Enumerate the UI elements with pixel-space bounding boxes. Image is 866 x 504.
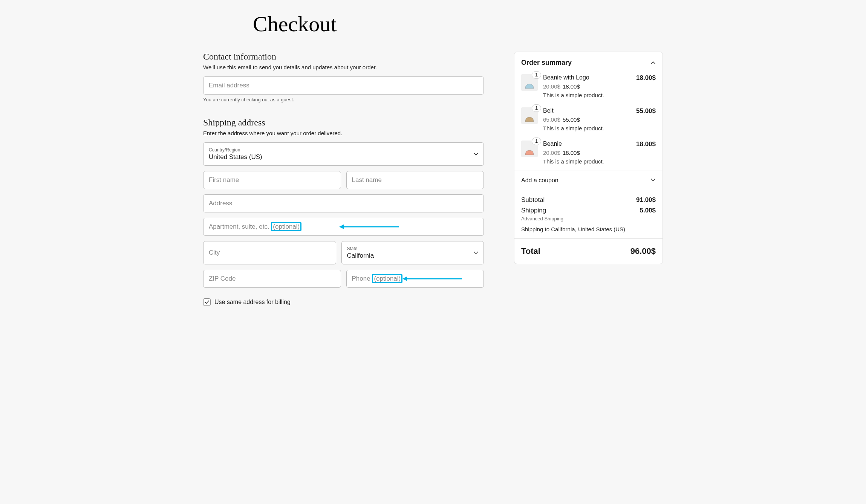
item-sale-price: 55.00$ [563,116,580,123]
item-desc: This is a simple product. [543,92,656,98]
city-field[interactable] [203,241,336,264]
item-orig-price: 65.00$ [543,116,560,123]
optional-highlight: (optional) [271,222,301,231]
country-value: United States (US) [209,153,468,161]
guest-note: You are currently checking out as a gues… [203,97,484,102]
grand-total-row: Total 96.00$ [514,238,663,264]
total-value: 96.00$ [630,246,656,256]
qty-badge: 1 [532,137,541,145]
item-thumb-wrap: 1 [521,141,539,158]
item-name: Beanie with Logo [543,74,589,82]
zip-field[interactable] [203,270,341,288]
zip-input[interactable] [209,275,335,283]
city-input[interactable] [209,249,330,257]
email-field-wrapper[interactable] [203,76,484,95]
shipping-heading: Shipping address [203,118,484,128]
last-name-input[interactable] [352,176,479,184]
item-orig-price: 20.00$ [543,83,560,90]
shipping-desc: Enter the address where you want your or… [203,130,484,136]
first-name-input[interactable] [209,176,335,184]
state-label: State [347,246,469,251]
subtotal-value: 91.00$ [636,196,656,204]
item-orig-price: 20.00$ [543,150,560,156]
summary-header[interactable]: Order summary [514,52,663,71]
item-sale-price: 18.00$ [563,150,580,156]
item-desc: This is a simple product. [543,125,656,131]
qty-badge: 1 [532,71,541,79]
form-column: Contact information We'll use this email… [203,52,484,306]
totals-block: Subtotal 91.00$ Shipping 5.00$ Advanced … [514,190,663,238]
address-field[interactable] [203,194,484,212]
qty-badge: 1 [532,104,541,112]
chevron-down-icon [474,152,478,156]
item-thumb-wrap: 1 [521,74,539,92]
item-name: Belt [543,107,554,115]
annotation-arrow-icon [339,224,399,229]
item-line-price: 55.00$ [636,107,656,115]
first-name-field[interactable] [203,171,341,189]
optional-highlight: (optional) [372,274,402,283]
same-billing-label: Use same address for billing [214,299,291,305]
item-line-price: 18.00$ [636,141,656,148]
contact-desc: We'll use this email to send you details… [203,64,484,70]
checkbox-icon[interactable] [203,298,211,306]
country-select[interactable]: Country/Region United States (US) [203,142,484,166]
cart-item: 1 Belt 55.00$ 65.00$55.00$ This is a sim… [514,104,663,137]
cart-item: 1 Beanie with Logo 18.00$ 20.00$18.00$ T… [514,71,663,104]
total-label: Total [521,246,540,256]
state-value: California [347,252,469,260]
last-name-field[interactable] [346,171,484,189]
contact-heading: Contact information [203,52,484,62]
email-input[interactable] [209,82,478,89]
svg-marker-1 [339,225,344,229]
coupon-row[interactable]: Add a coupon [514,171,663,190]
page-title: Checkout [253,11,663,37]
chevron-down-icon [474,250,478,255]
shipping-method: Advanced Shipping [521,216,656,221]
state-select[interactable]: State California [341,241,484,264]
country-label: Country/Region [209,147,468,153]
chevron-down-icon [650,177,656,184]
address-input[interactable] [209,200,478,207]
apartment-field[interactable]: Apartment, suite, etc. (optional) [203,218,484,236]
shipping-value: 5.00$ [640,207,656,214]
annotation-arrow-icon [402,276,463,281]
coupon-label: Add a coupon [521,177,558,184]
item-line-price: 18.00$ [636,74,656,82]
svg-marker-3 [402,276,407,281]
subtotal-label: Subtotal [521,196,545,204]
shipping-to: Shipping to California, United States (U… [521,226,656,232]
chevron-up-icon [650,60,656,66]
order-summary-card: Order summary 1 Beanie with Logo 18.00$ … [514,52,663,264]
phone-field[interactable]: Phone (optional) [346,270,484,288]
item-sale-price: 18.00$ [563,83,580,90]
item-desc: This is a simple product. [543,158,656,165]
item-thumb-wrap: 1 [521,107,539,125]
summary-title: Order summary [521,59,572,67]
cart-item: 1 Beanie 18.00$ 20.00$18.00$ This is a s… [514,137,663,171]
shipping-label: Shipping [521,207,546,214]
item-name: Beanie [543,141,562,148]
same-billing-row[interactable]: Use same address for billing [203,298,484,306]
